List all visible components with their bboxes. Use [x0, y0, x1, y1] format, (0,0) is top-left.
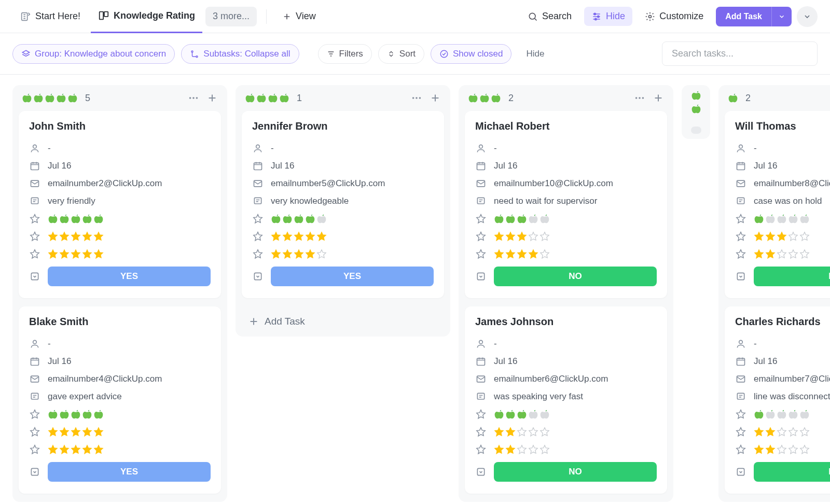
- search-button[interactable]: Search: [520, 7, 579, 26]
- hide-chip[interactable]: Hide: [518, 45, 552, 63]
- svg-point-11: [189, 97, 191, 99]
- column-count: 5: [85, 93, 90, 104]
- result-pill[interactable]: YES: [48, 267, 211, 286]
- apple-rating-row: [29, 210, 211, 228]
- star-icon: [735, 214, 746, 224]
- add-task-row[interactable]: Add Task: [236, 306, 450, 337]
- star-icon: [29, 409, 40, 419]
- result-pill[interactable]: YES: [271, 267, 434, 286]
- assignee-row: -: [735, 335, 830, 353]
- svg-rect-2: [104, 12, 108, 17]
- filters-chip[interactable]: Filters: [318, 44, 372, 64]
- svg-point-33: [639, 97, 641, 99]
- more-icon[interactable]: [188, 92, 199, 104]
- group-label: Group: Knowledge about concern: [35, 49, 166, 59]
- add-icon[interactable]: [653, 92, 664, 104]
- hide-button[interactable]: Hide: [584, 7, 632, 26]
- svg-rect-18: [31, 273, 38, 279]
- assignee-row: -: [735, 139, 830, 157]
- column-apples: [22, 93, 78, 103]
- email-value: emailnumber6@ClickUp.com: [494, 374, 608, 384]
- column: 2 Michael Robert - Jul 16 emailnumber10@…: [459, 85, 673, 502]
- svg-rect-41: [477, 358, 485, 365]
- column-collapsed[interactable]: [682, 85, 710, 139]
- list-icon: [20, 11, 31, 22]
- svg-point-13: [196, 97, 198, 99]
- star-rating-2-row: [29, 441, 211, 458]
- task-card[interactable]: Charles Richards - Jul 16 emailnumber7@C…: [725, 306, 830, 494]
- task-card[interactable]: Will Thomas - Jul 16 emailnumber8@ClickU…: [725, 111, 830, 298]
- result-row: YES: [29, 458, 211, 485]
- hide-label: Hide: [606, 11, 625, 22]
- card-title: Charles Richards: [735, 316, 830, 328]
- svg-rect-39: [477, 273, 484, 279]
- star-rating-2-row: [475, 441, 657, 458]
- star-icon: [252, 249, 264, 259]
- subtasks-chip[interactable]: Subtasks: Collapse all: [181, 44, 299, 64]
- sort-icon: [387, 50, 395, 58]
- assignee-value: -: [48, 339, 51, 349]
- result-row: YES: [29, 263, 211, 290]
- more-icon[interactable]: [411, 92, 422, 104]
- note-row: gave expert advice: [29, 388, 211, 405]
- dropdown-icon: [735, 467, 746, 477]
- date-row: Jul 16: [252, 157, 434, 175]
- plus-icon: [248, 316, 259, 327]
- result-pill[interactable]: NO: [494, 267, 657, 286]
- customize-button[interactable]: Customize: [638, 7, 711, 26]
- task-card[interactable]: Jennifer Brown - Jul 16 emailnumber5@Cli…: [242, 111, 444, 298]
- column-count: 1: [297, 93, 302, 104]
- task-card[interactable]: Blake Smith - Jul 16 emailnumber4@ClickU…: [19, 306, 221, 494]
- card-title: Jennifer Brown: [252, 120, 434, 132]
- note-row: was speaking very fast: [475, 388, 657, 405]
- result-pill[interactable]: NO: [754, 267, 830, 286]
- dropdown-icon: [29, 271, 40, 282]
- add-task-caret[interactable]: [771, 7, 792, 26]
- sort-chip[interactable]: Sort: [378, 44, 424, 64]
- card-title: Michael Robert: [475, 120, 657, 132]
- apple-rating: [494, 409, 550, 419]
- group-chip[interactable]: Group: Knowledge about concern: [12, 44, 175, 64]
- check-circle-icon: [439, 49, 449, 59]
- apple-rating: [494, 214, 550, 224]
- task-card[interactable]: John Smith - Jul 16 emailnumber2@ClickUp…: [19, 111, 221, 298]
- mail-icon: [475, 178, 487, 189]
- assignee-value: -: [494, 339, 497, 349]
- result-pill[interactable]: NO: [754, 462, 830, 482]
- star-rating-2-row: [735, 441, 830, 458]
- tab-start-here[interactable]: Start Here!: [12, 0, 88, 33]
- task-card[interactable]: James Johnson - Jul 16 emailnumber6@Clic…: [465, 306, 667, 494]
- add-icon[interactable]: [206, 92, 218, 104]
- add-icon[interactable]: [430, 92, 441, 104]
- collapsed-indicator: [691, 127, 701, 134]
- calendar-icon: [735, 161, 746, 171]
- svg-point-14: [33, 145, 37, 148]
- hide-label: Hide: [526, 49, 544, 59]
- search-tasks-input[interactable]: [662, 41, 818, 66]
- date-row: Jul 16: [29, 157, 211, 175]
- email-row: emailnumber8@ClickUp.com: [735, 175, 830, 192]
- result-pill[interactable]: NO: [494, 462, 657, 482]
- add-view-button[interactable]: View: [276, 7, 322, 26]
- result-pill[interactable]: YES: [48, 462, 211, 482]
- add-task-button[interactable]: Add Task: [716, 7, 771, 26]
- show-closed-chip[interactable]: Show closed: [431, 44, 511, 64]
- assignee-value: -: [754, 339, 757, 349]
- email-value: emailnumber7@ClickUp.com: [754, 374, 830, 384]
- cards: Will Thomas - Jul 16 emailnumber8@ClickU…: [718, 111, 830, 502]
- apple-rating: [754, 214, 810, 224]
- svg-point-25: [416, 97, 418, 99]
- user-menu-button[interactable]: [797, 6, 818, 27]
- star-rating-2: [48, 444, 104, 455]
- task-card[interactable]: Michael Robert - Jul 16 emailnumber10@Cl…: [465, 111, 667, 298]
- mail-icon: [29, 178, 40, 189]
- tab-knowledge-rating[interactable]: Knowledge Rating: [91, 0, 202, 33]
- tab-more[interactable]: 3 more...: [205, 7, 257, 26]
- card-title: John Smith: [29, 120, 211, 132]
- svg-rect-17: [31, 198, 38, 204]
- assignee-row: -: [252, 139, 434, 157]
- more-icon[interactable]: [634, 92, 645, 104]
- assignee-row: -: [475, 335, 657, 353]
- tab-label: Knowledge Rating: [114, 10, 195, 21]
- date-row: Jul 16: [735, 157, 830, 175]
